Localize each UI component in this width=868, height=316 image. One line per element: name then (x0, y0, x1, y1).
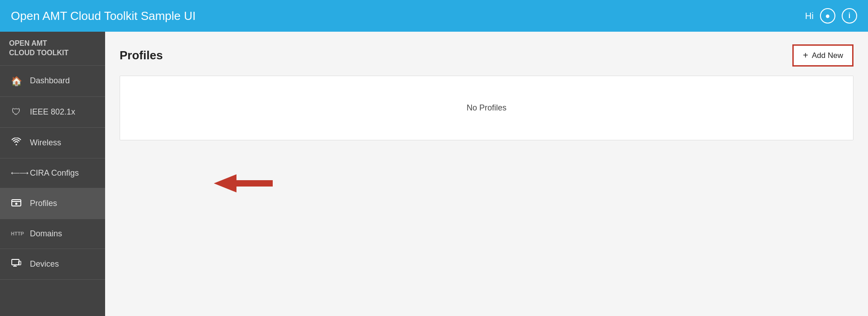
sidebar-item-dashboard[interactable]: 🏠 Dashboard (0, 66, 105, 97)
sidebar-label-profiles: Profiles (30, 199, 57, 208)
sidebar-label-wireless: Wireless (30, 138, 61, 148)
svg-point-1 (15, 202, 18, 205)
sidebar-item-ieee8021x[interactable]: 🛡 IEEE 802.1x (0, 97, 105, 128)
wifi-icon (11, 138, 22, 148)
add-new-label: Add New (812, 51, 843, 60)
svg-rect-3 (19, 261, 21, 265)
add-new-button[interactable]: + Add New (792, 44, 854, 67)
sidebar-label-domains: Domains (30, 229, 62, 239)
sidebar-label-dashboard: Dashboard (30, 76, 70, 86)
arrow-annotation (214, 172, 273, 195)
sidebar-label-cira-configs: CIRA Configs (30, 168, 79, 178)
sidebar-label-ieee8021x: IEEE 802.1x (30, 107, 75, 117)
svg-marker-6 (214, 174, 273, 192)
cira-icon: ⟵⟶ (11, 169, 22, 177)
sidebar-item-devices[interactable]: Devices (0, 249, 105, 280)
sidebar: OPEN AMT CLOUD TOOLKIT 🏠 Dashboard 🛡 IEE… (0, 32, 105, 316)
sidebar-item-cira-configs[interactable]: ⟵⟶ CIRA Configs (0, 158, 105, 188)
main-layout: OPEN AMT CLOUD TOOLKIT 🏠 Dashboard 🛡 IEE… (0, 32, 868, 316)
home-icon: 🏠 (11, 76, 22, 86)
header-actions: Hi ● i (805, 8, 857, 24)
red-arrow-icon (214, 172, 273, 195)
sidebar-item-domains[interactable]: HTTP Domains (0, 219, 105, 249)
page-header: Profiles + Add New (120, 44, 854, 67)
svg-rect-2 (12, 259, 19, 265)
sidebar-brand: OPEN AMT CLOUD TOOLKIT (0, 32, 105, 66)
main-content: Profiles + Add New No Profiles (105, 32, 868, 316)
sidebar-item-wireless[interactable]: Wireless (0, 128, 105, 158)
sidebar-label-devices: Devices (30, 259, 59, 269)
devices-icon (11, 259, 22, 269)
sidebar-item-profiles[interactable]: Profiles (0, 188, 105, 219)
shield-icon: 🛡 (11, 107, 22, 117)
plus-icon: + (803, 50, 808, 61)
no-profiles-text: No Profiles (467, 103, 506, 112)
greeting-text: Hi (805, 11, 814, 21)
info-icon[interactable]: i (842, 8, 857, 24)
profiles-content-card: No Profiles (120, 76, 854, 140)
profiles-icon (11, 198, 22, 209)
header: Open AMT Cloud Toolkit Sample UI Hi ● i (0, 0, 868, 32)
page-title: Profiles (120, 48, 163, 62)
app-title: Open AMT Cloud Toolkit Sample UI (11, 9, 805, 23)
http-icon: HTTP (11, 231, 22, 236)
user-avatar-icon[interactable]: ● (820, 8, 835, 24)
